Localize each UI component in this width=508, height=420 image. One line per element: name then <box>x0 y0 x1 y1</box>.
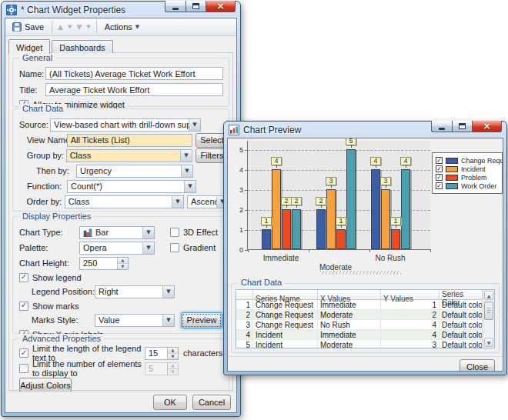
legend-checkbox[interactable] <box>436 182 443 189</box>
bar-value-label: 4 <box>370 157 381 165</box>
table-cell: No Rush <box>318 320 381 330</box>
spin-down-icon[interactable]: ▼ <box>118 264 128 269</box>
maximize-icon <box>192 3 199 9</box>
scrollbar-thumb[interactable] <box>484 302 493 320</box>
close-dialog-button[interactable]: Close <box>460 359 495 372</box>
legend-checkbox[interactable] <box>436 157 443 164</box>
spin-up-icon[interactable]: ▲ <box>118 258 128 264</box>
display-properties-groupbox: Display Properties Chart Type: Bar ▼ 3D … <box>12 216 229 334</box>
y-axis-tick <box>245 230 248 231</box>
table-row[interactable]: 5IncidentModerate3Default color <box>236 340 483 348</box>
preview-label: Preview <box>186 315 216 325</box>
legend-checkbox[interactable] <box>436 165 443 172</box>
limit-elements-checkbox[interactable] <box>19 364 28 373</box>
general-legend: General <box>19 53 55 62</box>
bar-incident-immediate <box>272 169 281 249</box>
chart-plot: 124433211254 <box>247 141 430 250</box>
chart-type-label: Chart Type: <box>19 228 79 237</box>
palette-value: Opera <box>80 243 142 252</box>
order-direction-dropdown[interactable]: Ascending ▼ <box>187 195 229 208</box>
group-by-dropdown[interactable]: Class ▼ <box>66 149 192 162</box>
minimize-button[interactable] <box>165 1 185 12</box>
widget-tab-page: General Name: (All Tickets) Average Tick… <box>8 52 233 391</box>
table-cell: Change Request <box>253 300 318 310</box>
dropdown-arrow-icon: ▼ <box>142 242 154 254</box>
tab-widget-label: Widget <box>16 43 42 52</box>
y-axis-tick-label: 0 <box>231 246 243 254</box>
table-row[interactable]: 3Change RequestNo Rush4Default color <box>236 320 483 330</box>
limit-legend-text-checkbox[interactable] <box>19 348 28 358</box>
dropdown-arrow-icon: ▼ <box>189 119 200 131</box>
tab-widget[interactable]: Widget <box>8 39 50 54</box>
ok-button[interactable]: OK <box>153 395 187 410</box>
legend-position-dropdown[interactable]: Right ▼ <box>95 285 175 298</box>
preview-client-area: 124433211254 Immediate Moderate No Rush … <box>227 138 503 372</box>
scroll-down-icon[interactable]: ▼ <box>484 338 493 347</box>
spin-down-icon[interactable]: ▼ <box>168 354 178 359</box>
title-bar[interactable]: * Chart Widget Properties × <box>5 2 237 18</box>
view-name-input[interactable]: All Tickets (List) <box>67 134 192 147</box>
bar-value-label: 3 <box>380 177 391 185</box>
marks-style-dropdown[interactable]: Value ▼ <box>95 314 175 327</box>
save-button[interactable]: Save <box>8 21 48 33</box>
legend-label: Change Request <box>461 157 503 165</box>
chart-widget-properties-window: * Chart Widget Properties × Save ▲ ▼ ▼ ▼… <box>1 1 241 417</box>
palette-label: Palette: <box>19 243 79 252</box>
minimize-button[interactable] <box>431 121 452 132</box>
legend-chars-spinner[interactable]: 15 ▲▼ <box>145 347 179 360</box>
table-cell: Default color <box>439 330 483 340</box>
adjust-colors-button[interactable]: Adjust Colors <box>19 378 72 393</box>
close-button[interactable]: × <box>472 121 502 132</box>
table-cell: Incident <box>253 330 318 340</box>
marks-style-value: Value <box>95 315 162 325</box>
show-legend-checkbox[interactable] <box>19 273 28 282</box>
close-button[interactable]: × <box>206 1 236 12</box>
palette-dropdown[interactable]: Opera ▼ <box>79 242 155 255</box>
preview-button[interactable]: Preview <box>181 312 222 328</box>
table-row[interactable]: 1Change RequestImmediate1Default color <box>236 300 483 310</box>
then-by-dropdown[interactable]: Urgency ▼ <box>76 165 193 178</box>
function-dropdown[interactable]: Count(*) ▼ <box>67 180 196 193</box>
gear-icon <box>6 5 17 15</box>
table-cell: 5 <box>236 340 253 348</box>
gradient-label: Gradient <box>183 243 216 252</box>
title-bar[interactable]: Chart Preview × <box>227 122 503 138</box>
order-by-dropdown[interactable]: Class ▼ <box>65 195 184 208</box>
maximize-button[interactable] <box>452 121 472 132</box>
chart-data-table-groupbox: Chart Data Series NameX ValuesY ValuesSe… <box>231 283 500 353</box>
spin-up-icon[interactable]: ▲ <box>168 348 178 354</box>
table-scrollbar[interactable]: ▲ ▼ <box>483 290 494 348</box>
actions-menu-button[interactable]: Actions ▼ <box>101 21 143 33</box>
select-label: Select <box>200 135 224 145</box>
title-input[interactable]: Average Ticket Work Effort <box>45 83 223 96</box>
ok-label: OK <box>164 398 176 407</box>
table-row[interactable]: 2Change RequestModerate2Default color <box>236 310 483 320</box>
chart-height-spinner[interactable]: 250 ▲▼ <box>79 257 129 270</box>
dropdown-arrow-icon: ▼ <box>162 286 174 298</box>
chart-type-dropdown[interactable]: Bar ▼ <box>79 226 155 239</box>
scroll-up-icon[interactable]: ▲ <box>484 291 493 300</box>
chart-height-value: 250 <box>80 258 117 268</box>
legend-item-change-request: Change Request <box>436 156 499 165</box>
advanced-properties-legend: Advanced Properties <box>19 334 104 343</box>
preview-chart: 124433211254 Immediate Moderate No Rush … <box>228 138 503 277</box>
name-input[interactable]: (All Tickets) Average Ticket Work Effort <box>45 67 223 80</box>
dialog-footer: OK Cancel <box>5 392 236 412</box>
table-cell: Default color <box>439 300 483 310</box>
source-dropdown[interactable]: View-based chart with drill-down support… <box>50 118 201 132</box>
bar-incident-moderate <box>326 189 336 249</box>
legend-position-value: Right <box>95 287 162 296</box>
table-cell: Default color <box>439 340 483 348</box>
table-row[interactable]: 4IncidentImmediate4Default color <box>236 330 483 340</box>
chart-height-label: Chart Height: <box>19 258 79 268</box>
legend-checkbox[interactable] <box>436 174 443 181</box>
effect-3d-checkbox[interactable] <box>170 228 179 237</box>
tab-dashboards[interactable]: Dashboards <box>52 40 112 53</box>
show-marks-checkbox[interactable] <box>19 302 28 311</box>
gradient-checkbox[interactable] <box>170 243 179 252</box>
maximize-button[interactable] <box>185 1 206 12</box>
dropdown-arrow-icon: ▼ <box>180 150 192 162</box>
move-down-dropdown-icon: ▼ <box>85 22 92 32</box>
bar-value-label: 1 <box>336 217 346 225</box>
cancel-button[interactable]: Cancel <box>192 395 231 410</box>
